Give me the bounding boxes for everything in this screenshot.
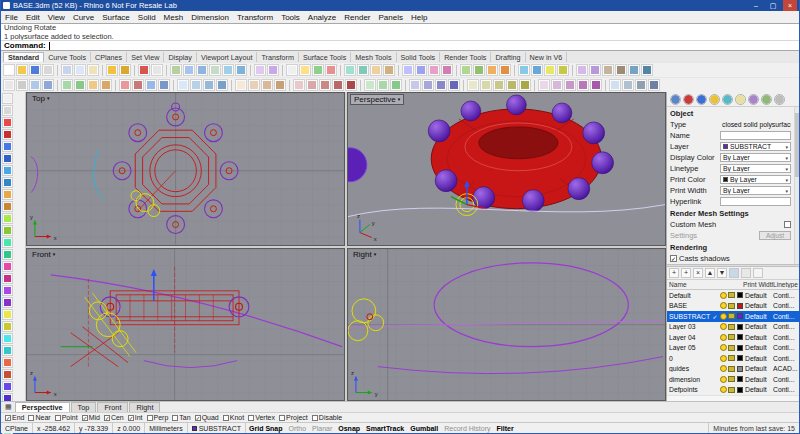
layer-print-width[interactable]: Default	[745, 302, 773, 309]
select-objects-icon[interactable]	[151, 64, 163, 76]
mesh-sphere-icon[interactable]	[435, 79, 447, 91]
edge-tools-icon[interactable]	[551, 79, 563, 91]
surface-plane-icon[interactable]	[2, 321, 13, 332]
osnap-vertex[interactable]: Vertex	[248, 414, 275, 421]
silhouette-icon[interactable]	[158, 79, 170, 91]
mirror-icon[interactable]	[402, 64, 414, 76]
layer-color-swatch[interactable]	[737, 334, 743, 340]
property-value-layer[interactable]: SUBSTRACT▾	[720, 142, 791, 151]
layer-lock-icon[interactable]	[727, 345, 735, 351]
viewport-front[interactable]: Front ▾	[26, 248, 345, 402]
osnap-checkbox-perp[interactable]	[147, 415, 153, 421]
undo-icon[interactable]	[106, 64, 118, 76]
viewport-menu-caret-icon[interactable]: ▾	[398, 97, 401, 102]
toolbar-tab-render-tools[interactable]: Render Tools	[440, 52, 491, 62]
osnap-checkbox-mid[interactable]: ✓	[82, 415, 88, 421]
units-indicator[interactable]: Millimeters	[145, 423, 187, 433]
osnap-mid[interactable]: ✓Mid	[82, 414, 100, 421]
blend-curve-icon[interactable]	[74, 79, 86, 91]
viewport-perspective[interactable]: Perspective ▾	[347, 92, 666, 246]
osnap-checkbox-quad[interactable]: ✓	[195, 415, 201, 421]
layer-row-defpoints[interactable]: DefpointsDefaultConti...	[667, 385, 799, 396]
toolbar-tab-standard[interactable]: Standard	[3, 52, 44, 62]
points-off-icon[interactable]	[16, 79, 28, 91]
materials-tab-icon[interactable]	[683, 94, 694, 105]
viewport-tab-top[interactable]: Top	[71, 402, 97, 412]
osnap-project[interactable]: Project	[279, 414, 308, 421]
toolbar-tab-viewport-layout[interactable]: Viewport Layout	[197, 52, 257, 62]
wire-cut-icon[interactable]	[390, 79, 402, 91]
toolbar-tab-drafting[interactable]: Drafting	[491, 52, 525, 62]
chamfer-icon[interactable]	[499, 64, 511, 76]
move-icon[interactable]	[344, 64, 356, 76]
viewport-menu-caret-icon[interactable]: ▾	[53, 252, 56, 257]
layer-print-width[interactable]: Default	[745, 355, 773, 362]
project-curve-icon[interactable]	[100, 79, 112, 91]
layer-visibility-icon[interactable]	[719, 355, 727, 362]
menu-edit[interactable]: Edit	[22, 13, 44, 22]
layer-linetype[interactable]: Conti...	[773, 334, 799, 341]
extend-icon[interactable]	[531, 64, 543, 76]
intersect-icon[interactable]	[119, 79, 131, 91]
perspective-viewport-canvas[interactable]: x y z	[348, 93, 665, 245]
menu-panels[interactable]: Panels	[375, 13, 407, 22]
scale-object-icon[interactable]	[383, 64, 395, 76]
copy-object-icon[interactable]	[357, 64, 369, 76]
helix-icon[interactable]	[2, 249, 13, 260]
object-section-header[interactable]: Object	[667, 107, 794, 119]
layer-visibility-icon[interactable]	[719, 376, 727, 383]
menu-mesh[interactable]: Mesh	[160, 13, 188, 22]
right-viewport-canvas[interactable]: y z	[348, 249, 665, 401]
wireframe-viewport-icon[interactable]	[267, 64, 279, 76]
layer-visibility-icon[interactable]	[719, 323, 727, 330]
area-icon[interactable]	[493, 79, 505, 91]
layer-print-width[interactable]: Default	[745, 376, 773, 383]
surface-3pt-icon[interactable]	[2, 309, 13, 320]
layer-row-dimension[interactable]: dimensionDefaultConti...	[667, 374, 799, 385]
layer-print-width[interactable]: Default	[745, 292, 773, 299]
boolean-difference-icon[interactable]	[615, 64, 627, 76]
print-icon[interactable]	[42, 64, 54, 76]
boolean-union-icon[interactable]	[602, 64, 614, 76]
layer-visibility-icon[interactable]	[719, 344, 727, 351]
status-toggle-osnap[interactable]: Osnap	[335, 423, 363, 433]
loft-icon[interactable]	[544, 64, 556, 76]
layer-linetype[interactable]: Conti...	[773, 323, 799, 330]
array-icon[interactable]	[415, 64, 427, 76]
layer-print-width[interactable]: Default	[745, 323, 773, 330]
layer-color-swatch[interactable]	[737, 376, 743, 382]
osnap-perp[interactable]: Perp	[147, 414, 169, 421]
front-viewport-canvas[interactable]: x z	[27, 249, 344, 401]
osnap-checkbox-tan[interactable]	[172, 415, 178, 421]
layer-linetype[interactable]: Conti...	[773, 355, 799, 362]
viewport-tab-perspective[interactable]: Perspective	[15, 402, 70, 412]
layer-lock-icon[interactable]	[727, 376, 735, 382]
layer-row-substract[interactable]: SUBSTRACT✓DefaultConti...	[667, 311, 799, 322]
arc-icon[interactable]	[2, 201, 13, 212]
layer-lock-icon[interactable]	[727, 292, 735, 298]
property-value-name[interactable]	[720, 131, 791, 140]
polyline-icon[interactable]	[2, 141, 13, 152]
current-layer-pane[interactable]: SUBSTRACT	[188, 423, 246, 433]
dimension-linear-icon[interactable]	[564, 79, 576, 91]
scrollbar-thumb[interactable]	[795, 113, 799, 177]
hatch-tool-icon[interactable]	[2, 297, 13, 308]
layer-row-default[interactable]: DefaultDefaultConti...	[667, 290, 799, 301]
menu-file[interactable]: File	[1, 13, 22, 22]
layer-color-swatch[interactable]	[737, 313, 743, 319]
move-layer-up-icon[interactable]: ▲	[705, 268, 715, 278]
viewport-top[interactable]: Top ▾	[26, 92, 345, 246]
mesh-box-icon[interactable]	[422, 79, 434, 91]
layer-visibility-icon[interactable]	[719, 302, 727, 309]
layer-lock-icon[interactable]	[727, 324, 735, 330]
redo-icon[interactable]	[119, 64, 131, 76]
new-sublayer-icon[interactable]: +	[681, 268, 691, 278]
explode-icon[interactable]	[473, 64, 485, 76]
cplane-button[interactable]: CPlane	[1, 423, 33, 433]
shell-icon[interactable]	[377, 79, 389, 91]
line-segments-icon[interactable]	[2, 153, 13, 164]
osnap-checkbox-disable[interactable]	[312, 415, 318, 421]
osnap-knot[interactable]: Knot	[223, 414, 244, 421]
patch-icon[interactable]	[203, 79, 215, 91]
status-toggle-planar[interactable]: Planar	[309, 423, 335, 433]
